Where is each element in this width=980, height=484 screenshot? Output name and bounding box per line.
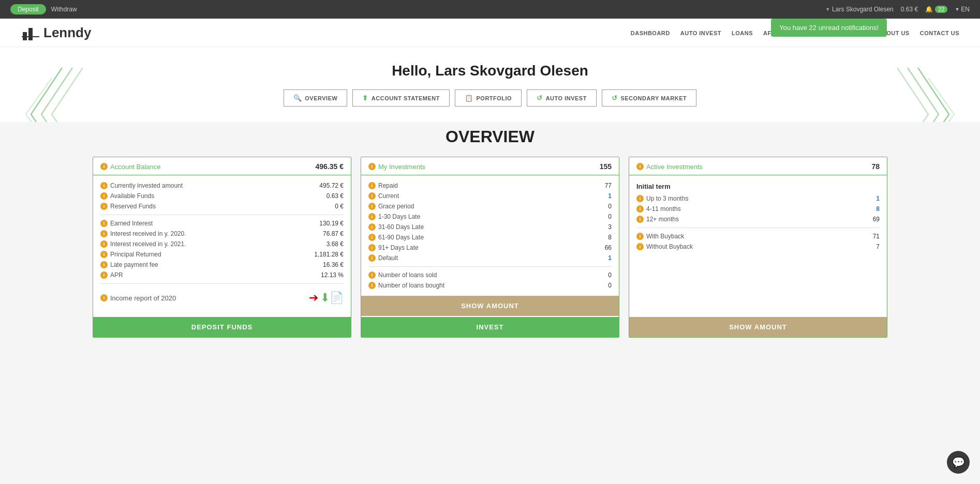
autoinvest-icon: ↺ <box>537 94 543 102</box>
info-icon: i <box>368 271 376 279</box>
info-icon: i <box>100 182 108 189</box>
card-row-without-buyback: iWithout Buyback 7 <box>636 241 880 252</box>
nav-contact-us[interactable]: CONTACT US <box>920 30 959 36</box>
card-row-with-buyback: iWith Buyback 71 <box>636 231 880 241</box>
info-icon: i <box>100 240 108 248</box>
account-balance-title: i Account Balance <box>100 163 161 171</box>
card-row-default: iDefault 1 <box>368 253 612 263</box>
top-bar-left: Deposit Withdraw <box>10 4 77 14</box>
account-balance-footer: Deposit Funds <box>93 317 351 337</box>
income-report-info-icon: i <box>100 294 108 301</box>
section-title: OVERVIEW <box>0 122 980 157</box>
hero-section: Hello, Lars Skovgard Olesen 🔍 OVERVIEW ⬆… <box>0 47 980 122</box>
info-icon: i <box>368 223 376 231</box>
balance-display: 0.63 € <box>901 6 918 13</box>
tab-account-statement[interactable]: ⬆ ACCOUNT STATEMENT <box>352 89 450 107</box>
my-investments-info-icon: i <box>368 163 376 170</box>
card-row-currently-invested: iCurrently invested amount 495.72 € <box>100 180 344 191</box>
info-icon: i <box>100 230 108 237</box>
card-row-late-payment-fee: iLate payment fee 16.36 € <box>100 260 344 270</box>
notification-bell[interactable]: 🔔 22 <box>925 6 947 13</box>
card-row-reserved-funds: iReserved Funds 0 € <box>100 201 344 211</box>
logo[interactable]: Lenndy <box>21 23 91 42</box>
card-row-current: iCurrent 1 <box>368 191 612 201</box>
info-icon: i <box>100 220 108 227</box>
language-selector[interactable]: EN <box>955 6 970 13</box>
info-icon: i <box>368 282 376 289</box>
info-icon: i <box>368 203 376 210</box>
card-row-4-11-months: i4-11 months 8 <box>636 204 880 214</box>
my-investments-title: i My Investments <box>368 163 425 171</box>
info-icon: i <box>100 271 108 279</box>
card-row-31-60-late: i31-60 Days Late 3 <box>368 222 612 232</box>
info-icon: i <box>368 254 376 262</box>
income-report-row: i Income report of 2020 ➔ ⬇📄 <box>100 287 344 307</box>
card-row-apr: iAPR 12.13 % <box>100 270 344 280</box>
active-investments-title: i Active Investments <box>636 163 703 171</box>
my-investments-total: 155 <box>600 162 612 171</box>
active-investments-header: i Active Investments 78 <box>629 157 887 175</box>
card-row-earned-interest: iEarned Interest 130.19 € <box>100 218 344 229</box>
card-row-up-to-3-months: iUp to 3 months 1 <box>636 193 880 204</box>
tab-portfolio[interactable]: 📋 PORTFOLIO <box>455 89 522 107</box>
top-bar: Deposit Withdraw Lars Skovgard Olesen 0.… <box>0 0 980 19</box>
info-icon: i <box>100 192 108 200</box>
nav-loans[interactable]: LOANS <box>732 30 753 36</box>
invest-button[interactable]: Invest <box>361 317 619 337</box>
nav-auto-invest[interactable]: AUTO INVEST <box>680 30 721 36</box>
info-icon: i <box>368 213 376 220</box>
card-row-91plus-late: i91+ Days Late 66 <box>368 243 612 253</box>
tab-overview[interactable]: 🔍 OVERVIEW <box>284 89 348 107</box>
withdraw-button[interactable]: Withdraw <box>51 6 77 13</box>
info-icon: i <box>636 243 644 250</box>
deco-left <box>0 57 83 122</box>
deposit-button[interactable]: Deposit <box>10 4 46 14</box>
show-amount-button-active[interactable]: Show amount <box>629 317 887 337</box>
search-icon: 🔍 <box>293 94 302 102</box>
my-investments-body: iRepaid 77 iCurrent 1 iGrace period 0 i1… <box>361 175 619 296</box>
pdf-download-icon[interactable]: ⬇📄 <box>320 291 344 305</box>
info-icon: i <box>368 182 376 189</box>
info-icon: i <box>368 244 376 251</box>
active-investments-info-icon: i <box>636 163 644 170</box>
info-icon: i <box>636 205 644 213</box>
card-row-principal-returned: iPrincipal Returned 1,181.28 € <box>100 249 344 260</box>
card-row-grace-period: iGrace period 0 <box>368 201 612 211</box>
card-row-loans-bought: iNumber of loans bought 0 <box>368 280 612 291</box>
secondary-market-icon: ↺ <box>612 94 618 102</box>
cards-row: i Account Balance 496.35 € iCurrently in… <box>0 157 980 353</box>
info-icon: i <box>100 251 108 258</box>
statement-icon: ⬆ <box>362 94 368 102</box>
pdf-download-wrapper: ➔ ⬇📄 <box>309 291 344 305</box>
tab-auto-invest[interactable]: ↺ AUTO INVEST <box>527 89 597 107</box>
info-icon: i <box>100 261 108 268</box>
notif-badge: 22 <box>935 6 947 13</box>
my-investments-header: i My Investments 155 <box>361 157 619 175</box>
portfolio-icon: 📋 <box>465 94 473 102</box>
info-icon: i <box>636 195 644 202</box>
account-balance-info-icon: i <box>100 163 108 170</box>
card-row-repaid: iRepaid 77 <box>368 180 612 191</box>
my-investments-card: i My Investments 155 iRepaid 77 iCurrent… <box>361 157 619 338</box>
initial-term-title: Initial term <box>636 180 880 193</box>
card-row-12plus-months: i12+ months 69 <box>636 214 880 224</box>
nav-dashboard[interactable]: DASHBOARD <box>631 30 670 36</box>
my-investments-footer: Show amount Invest <box>361 296 619 337</box>
red-arrow-indicator: ➔ <box>309 291 318 305</box>
card-row-1-30-late: i1-30 Days Late 0 <box>368 211 612 222</box>
info-icon: i <box>100 203 108 210</box>
logo-icon <box>21 23 40 42</box>
info-icon: i <box>636 233 644 240</box>
overview-tabs: 🔍 OVERVIEW ⬆ ACCOUNT STATEMENT 📋 PORTFOL… <box>0 89 980 107</box>
user-name[interactable]: Lars Skovgard Olesen <box>825 6 894 13</box>
show-amount-button-investments[interactable]: Show amount <box>361 296 619 316</box>
deposit-funds-button[interactable]: Deposit Funds <box>93 317 351 337</box>
svg-rect-2 <box>22 36 39 37</box>
card-row-loans-sold: iNumber of loans sold 0 <box>368 270 612 280</box>
card-row-available-funds: iAvailable Funds 0.63 € <box>100 191 344 201</box>
active-investments-card: i Active Investments 78 Initial term iUp… <box>629 157 887 338</box>
active-investments-total: 78 <box>871 162 880 171</box>
tab-secondary-market[interactable]: ↺ SECONDARY MARKET <box>602 89 696 107</box>
card-row-interest-2020: iInterest received in y. 2020. 76.87 € <box>100 229 344 239</box>
account-balance-body: iCurrently invested amount 495.72 € iAva… <box>93 175 351 317</box>
